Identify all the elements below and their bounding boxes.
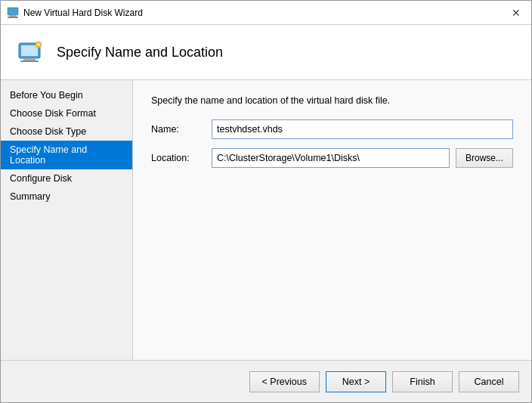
- close-button[interactable]: ✕: [507, 4, 525, 22]
- title-bar: New Virtual Hard Disk Wizard ✕: [1, 1, 531, 25]
- name-input[interactable]: [212, 119, 513, 139]
- finish-button[interactable]: Finish: [392, 371, 453, 392]
- sidebar: Before You Begin Choose Disk Format Choo…: [1, 80, 133, 360]
- previous-button[interactable]: < Previous: [249, 371, 320, 392]
- location-input-group: Browse...: [212, 148, 513, 168]
- svg-rect-4: [21, 45, 38, 56]
- content-area: Before You Begin Choose Disk Format Choo…: [1, 80, 531, 360]
- svg-rect-6: [20, 60, 39, 62]
- sidebar-item-specify-name-location[interactable]: Specify Name and Location: [1, 141, 132, 169]
- cancel-button[interactable]: Cancel: [459, 371, 519, 392]
- location-label: Location:: [151, 153, 212, 163]
- main-content: Specify the name and location of the vir…: [133, 80, 531, 360]
- next-button[interactable]: Next >: [326, 371, 386, 392]
- sidebar-item-choose-disk-format[interactable]: Choose Disk Format: [1, 104, 132, 122]
- footer: < Previous Next > Finish Cancel: [1, 360, 531, 402]
- sidebar-item-before-you-begin[interactable]: Before You Begin: [1, 86, 132, 104]
- svg-rect-2: [8, 17, 18, 18]
- location-field-row: Location: Browse...: [151, 148, 513, 168]
- wizard-window: New Virtual Hard Disk Wizard ✕ Specify N…: [0, 0, 532, 403]
- page-title: Specify Name and Location: [57, 45, 223, 60]
- sidebar-item-configure-disk[interactable]: Configure Disk: [1, 169, 132, 188]
- svg-rect-0: [8, 8, 18, 15]
- sidebar-item-choose-disk-type[interactable]: Choose Disk Type: [1, 122, 132, 141]
- name-label: Name:: [151, 124, 212, 135]
- browse-button[interactable]: Browse...: [456, 148, 513, 168]
- sidebar-item-summary[interactable]: Summary: [1, 188, 132, 206]
- window-icon: [7, 7, 19, 19]
- name-field-row: Name:: [151, 119, 513, 139]
- step-description: Specify the name and location of the vir…: [151, 95, 513, 106]
- window-title: New Virtual Hard Disk Wizard: [23, 8, 507, 18]
- wizard-header: Specify Name and Location: [1, 25, 531, 80]
- location-input[interactable]: [212, 148, 450, 168]
- header-icon: [16, 37, 46, 67]
